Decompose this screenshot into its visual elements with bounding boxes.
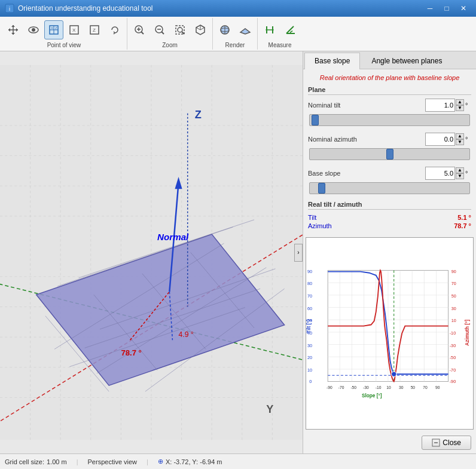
svg-point-21 xyxy=(178,27,182,32)
base-slope-slider[interactable] xyxy=(309,182,470,194)
toolbar-zoom-out-button[interactable] xyxy=(150,20,169,39)
toolbar: X Z X Z xyxy=(0,17,476,51)
svg-text:90: 90 xyxy=(307,269,312,274)
nominal-azimuth-label: Nominal azimuth xyxy=(308,136,425,143)
svg-text:-70: -70 xyxy=(338,385,344,390)
title-bar: i Orientation understanding educational … xyxy=(0,0,476,17)
svg-point-104 xyxy=(392,372,396,376)
nominal-tilt-input[interactable] xyxy=(425,99,455,112)
tab-base-slope[interactable]: Base slope xyxy=(304,53,360,69)
svg-text:Normal: Normal xyxy=(157,232,189,242)
zoom-buttons xyxy=(130,19,210,41)
toolbar-zoom-fit-button[interactable] xyxy=(170,20,190,39)
view-type-label: Perspective view xyxy=(88,458,138,465)
svg-text:i: i xyxy=(9,6,10,12)
nominal-tilt-up[interactable]: ▲ xyxy=(456,99,464,105)
nominal-azimuth-down[interactable]: ▼ xyxy=(456,139,464,145)
svg-text:30: 30 xyxy=(307,343,312,348)
coordinates-value: X: -3.72, Y: -6.94 m xyxy=(166,458,222,465)
main-area: Z Normal 4.9 ° 78.7 ° Y X › xyxy=(0,51,476,453)
toolbar-group-render: Render xyxy=(213,18,258,50)
toolbar-pan-button[interactable] xyxy=(4,20,23,39)
base-slope-unit: ° xyxy=(465,170,471,177)
nominal-azimuth-slider-container xyxy=(308,148,471,162)
svg-text:60: 60 xyxy=(307,306,312,311)
toolbar-sphere-button[interactable] xyxy=(215,20,234,39)
measure-label: Measure xyxy=(268,42,292,48)
base-slope-label: Base slope xyxy=(308,170,425,177)
real-tilt-section: Tilt 5.1 ° Azimuth 78.7 ° xyxy=(308,213,471,230)
base-slope-down[interactable]: ▼ xyxy=(456,173,464,179)
crosshair-icon: ⊕ xyxy=(158,458,163,465)
nominal-azimuth-up[interactable]: ▲ xyxy=(456,133,464,139)
svg-text:30: 30 xyxy=(399,385,404,390)
toolbar-plane-button[interactable] xyxy=(236,20,255,39)
toolbar-angle-button[interactable] xyxy=(280,20,300,39)
base-slope-slider-container xyxy=(308,182,471,196)
toolbar-eye-button[interactable] xyxy=(24,20,43,39)
toolbar-front-z-button[interactable]: Z xyxy=(85,20,104,39)
svg-point-3 xyxy=(32,28,35,32)
base-slope-input[interactable] xyxy=(425,167,455,180)
svg-marker-30 xyxy=(240,29,250,34)
base-slope-row: Base slope ▲ ▼ ° xyxy=(308,167,471,180)
toolbar-top-view-button[interactable]: X Z xyxy=(44,20,63,39)
maximize-button[interactable]: □ xyxy=(439,2,454,14)
svg-text:90: 90 xyxy=(435,385,440,390)
nominal-tilt-down[interactable]: ▼ xyxy=(456,105,464,111)
svg-text:Z: Z xyxy=(55,26,57,30)
nominal-tilt-spinner: ▲ ▼ xyxy=(456,99,464,111)
nominal-tilt-label: Nominal tilt xyxy=(308,102,425,109)
nominal-azimuth-input[interactable] xyxy=(425,133,455,146)
nominal-tilt-row: Nominal tilt ▲ ▼ ° xyxy=(308,99,471,112)
tilt-label: Tilt xyxy=(308,214,316,221)
nominal-azimuth-slider[interactable] xyxy=(309,148,470,160)
svg-text:-10: -10 xyxy=(376,385,382,390)
panel-info-text: Real orientation of the plane with basel… xyxy=(308,74,471,81)
close-btn-row: Close xyxy=(303,432,476,453)
plane-section-header: Plane xyxy=(308,86,471,95)
svg-text:4.9 °: 4.9 ° xyxy=(179,330,194,339)
svg-text:Y: Y xyxy=(266,403,273,415)
toolbar-group-measure: Measure xyxy=(258,18,302,50)
base-slope-up[interactable]: ▲ xyxy=(456,167,464,173)
toolbar-rotate-button[interactable] xyxy=(105,20,124,39)
toolbar-measure1-button[interactable] xyxy=(260,20,279,39)
svg-text:50: 50 xyxy=(451,293,456,299)
nominal-azimuth-row: Nominal azimuth ▲ ▼ ° xyxy=(308,133,471,146)
svg-text:70: 70 xyxy=(451,281,456,286)
svg-text:70: 70 xyxy=(423,385,428,390)
toolbar-group-zoom: Zoom xyxy=(127,18,213,50)
svg-text:20: 20 xyxy=(307,355,312,360)
nominal-tilt-unit: ° xyxy=(465,102,471,109)
status-bar: Grid cell size: 1.00 m | Perspective vie… xyxy=(0,453,476,469)
svg-text:0: 0 xyxy=(309,379,312,384)
svg-text:Z: Z xyxy=(195,109,202,121)
svg-text:78.7 °: 78.7 ° xyxy=(121,348,141,357)
svg-text:30: 30 xyxy=(451,306,456,311)
pov-label: Point of view xyxy=(47,42,81,48)
azimuth-value-row: Azimuth 78.7 ° xyxy=(308,222,471,230)
minimize-button[interactable]: ─ xyxy=(422,2,438,14)
window-close-button[interactable]: ✕ xyxy=(456,2,471,14)
toolbar-cube-button[interactable] xyxy=(191,20,210,39)
svg-text:-70: -70 xyxy=(450,367,456,373)
right-panel: Base slope Angle between planes Real ori… xyxy=(303,51,476,453)
window-title: Orientation understanding educational to… xyxy=(18,4,422,13)
pov-buttons: X Z X Z xyxy=(4,19,124,41)
svg-rect-38 xyxy=(0,65,303,440)
svg-text:Z: Z xyxy=(93,27,96,33)
nominal-tilt-slider[interactable] xyxy=(309,114,470,126)
toolbar-front-x-button[interactable]: X xyxy=(65,20,84,39)
window-controls: ─ □ ✕ xyxy=(422,2,471,14)
viewport[interactable]: Z Normal 4.9 ° 78.7 ° Y X › xyxy=(0,51,303,453)
svg-text:Slope [°]: Slope [°] xyxy=(362,393,382,399)
toolbar-zoom-in-button[interactable] xyxy=(130,20,149,39)
svg-text:-50: -50 xyxy=(450,355,456,360)
nominal-azimuth-unit: ° xyxy=(465,136,471,143)
svg-text:50: 50 xyxy=(411,385,416,390)
grid-cell-size-label: Grid cell size: xyxy=(5,458,44,465)
close-button[interactable]: Close xyxy=(422,436,471,450)
tab-angle-between-planes[interactable]: Angle between planes xyxy=(361,53,452,69)
viewport-expand-arrow[interactable]: › xyxy=(294,244,303,262)
